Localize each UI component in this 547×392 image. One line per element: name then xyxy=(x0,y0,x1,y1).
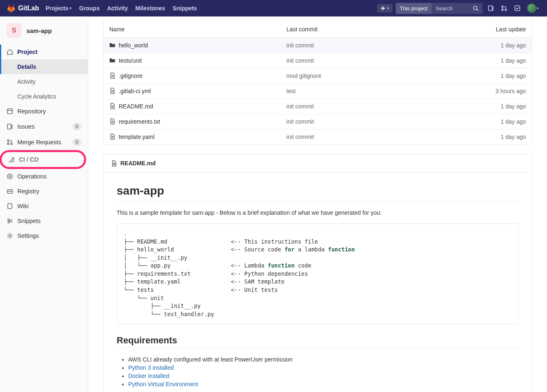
table-row[interactable]: .gitignoremod gitignore1 day ago xyxy=(103,68,532,84)
nav-groups[interactable]: Groups xyxy=(79,5,100,12)
file-name: template.yaml xyxy=(119,134,155,140)
list-item: Python Virtual Environment xyxy=(128,381,519,387)
gear-icon xyxy=(7,232,13,239)
table-row[interactable]: tests/unitinit commit1 day ago xyxy=(103,53,532,68)
todo-icon xyxy=(514,5,521,12)
svg-rect-6 xyxy=(7,109,12,114)
file-icon xyxy=(109,73,115,79)
sidebar-item-registry[interactable]: Registry xyxy=(0,184,88,199)
sidebar-item-label: Merge Requests xyxy=(17,139,61,146)
merge-requests-link[interactable] xyxy=(499,3,509,13)
last-update: 1 day ago xyxy=(412,53,532,68)
table-row[interactable]: template.yamlinit commit1 day ago xyxy=(103,129,532,145)
last-commit: init commit xyxy=(281,99,413,114)
sidebar-item-label: Wiki xyxy=(17,203,28,209)
primary-nav: Projects▾ Groups Activity Milestones Sni… xyxy=(46,5,197,12)
sidebar: S sam-app Project Details Activity Cycle… xyxy=(0,16,88,392)
col-last-commit[interactable]: Last commit xyxy=(281,21,413,38)
scissors-icon xyxy=(7,218,13,224)
readme-title: sam-app xyxy=(117,184,519,197)
readme-intro: This is a sample template for sam-app - … xyxy=(117,209,519,216)
sidebar-item-issues[interactable]: Issues 0 xyxy=(0,119,88,134)
svg-point-11 xyxy=(12,158,13,159)
svg-point-13 xyxy=(9,176,11,177)
user-menu[interactable]: ▾ xyxy=(526,2,540,14)
sidebar-item-cicd[interactable]: CI / CD xyxy=(2,152,84,167)
todos-link[interactable] xyxy=(512,3,522,13)
sidebar-item-label: Settings xyxy=(17,232,39,239)
search-button[interactable] xyxy=(469,3,483,14)
file-icon xyxy=(109,88,115,94)
last-commit: init commit xyxy=(281,53,413,68)
new-dropdown-button[interactable]: ▾ xyxy=(377,4,392,12)
col-last-update[interactable]: Last update xyxy=(412,21,532,38)
sidebar-sub-activity[interactable]: Activity xyxy=(0,74,88,89)
file-name: .gitlab-ci.yml xyxy=(119,88,151,94)
table-row[interactable]: requirements.txtinit commit1 day ago xyxy=(103,114,532,129)
sidebar-item-snippets[interactable]: Snippets xyxy=(0,214,88,228)
sidebar-item-label: Project xyxy=(17,49,38,55)
home-icon xyxy=(7,49,13,55)
file-icon xyxy=(109,134,115,140)
issues-link[interactable] xyxy=(486,3,496,13)
file-icon xyxy=(109,118,115,125)
search-box: This project xyxy=(396,3,483,14)
last-update: 3 hours ago xyxy=(412,84,532,99)
chevron-down-icon: ▾ xyxy=(70,6,72,10)
last-update: 1 day ago xyxy=(412,99,532,114)
table-row[interactable]: hello_worldinit commit1 day ago xyxy=(103,38,532,53)
requirement-link[interactable]: Docker installed xyxy=(128,373,169,379)
last-commit: test xyxy=(281,84,413,99)
table-row[interactable]: README.mdinit commit1 day ago xyxy=(103,99,532,114)
sidebar-sub-details[interactable]: Details xyxy=(0,59,88,74)
issues-count-badge: 0 xyxy=(73,123,81,130)
rocket-icon xyxy=(8,156,15,163)
svg-point-18 xyxy=(9,235,11,237)
last-commit: init commit xyxy=(281,114,413,129)
book-icon xyxy=(488,5,494,12)
sidebar-item-repository[interactable]: Repository xyxy=(0,104,88,119)
top-nav: GitLab Projects▾ Groups Activity Milesto… xyxy=(0,0,547,16)
folder-icon xyxy=(109,57,115,64)
search-scope-button[interactable]: This project xyxy=(396,3,432,14)
readme-body: sam-app This is a sample template for sa… xyxy=(103,173,532,392)
requirement-link[interactable]: Python Virtual Environment xyxy=(128,381,198,387)
brand-text: GitLab xyxy=(18,5,39,12)
project-header[interactable]: S sam-app xyxy=(0,16,88,45)
svg-point-4 xyxy=(505,9,507,11)
readme-header: README.md xyxy=(103,154,532,173)
col-name[interactable]: Name xyxy=(103,21,281,38)
table-row[interactable]: .gitlab-ci.ymltest3 hours ago xyxy=(103,84,532,99)
sidebar-item-label: CI / CD xyxy=(19,156,39,163)
requirement-link[interactable]: Python 3 installed xyxy=(128,364,174,371)
search-input[interactable] xyxy=(432,3,469,14)
sidebar-item-label: Operations xyxy=(17,173,47,180)
main-content: Name Last commit Last update hello_world… xyxy=(88,16,547,392)
nav-snippets[interactable]: Snippets xyxy=(173,5,197,12)
nav-milestones[interactable]: Milestones xyxy=(135,5,165,12)
last-update: 1 day ago xyxy=(412,129,532,145)
brand[interactable]: GitLab xyxy=(7,4,39,13)
sidebar-item-operations[interactable]: Operations xyxy=(0,169,88,184)
mr-count-badge: 0 xyxy=(73,138,81,146)
list-item: Docker installed xyxy=(128,373,519,379)
sidebar-item-project[interactable]: Project xyxy=(0,45,88,59)
sidebar-item-label: Registry xyxy=(17,188,39,195)
plus-icon xyxy=(380,6,385,11)
project-name: sam-app xyxy=(26,27,52,34)
project-avatar: S xyxy=(7,23,21,38)
sidebar-sub-cycle-analytics[interactable]: Cycle Analytics xyxy=(0,89,88,104)
svg-point-9 xyxy=(7,143,9,145)
nav-activity[interactable]: Activity xyxy=(107,5,128,12)
sidebar-item-settings[interactable]: Settings xyxy=(0,228,88,243)
svg-point-16 xyxy=(8,219,9,221)
registry-icon xyxy=(7,188,13,195)
file-name: requirements.txt xyxy=(119,118,160,125)
sidebar-item-wiki[interactable]: Wiki xyxy=(0,199,88,214)
issues-icon xyxy=(7,123,13,130)
nav-projects[interactable]: Projects▾ xyxy=(46,5,72,12)
gitlab-logo-icon xyxy=(7,4,16,13)
svg-rect-15 xyxy=(8,204,12,209)
svg-point-8 xyxy=(7,140,9,141)
sidebar-item-merge-requests[interactable]: Merge Requests 0 xyxy=(0,134,88,150)
